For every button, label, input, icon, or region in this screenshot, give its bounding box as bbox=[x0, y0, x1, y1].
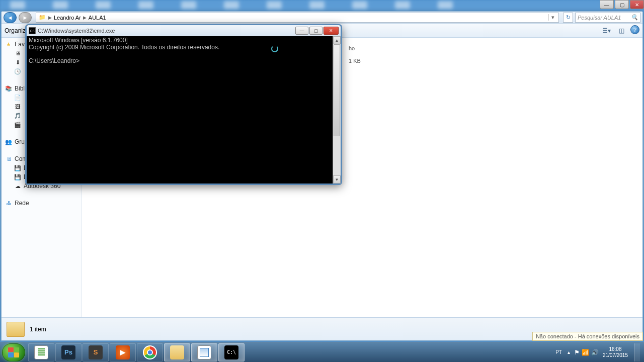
download-icon: ⬇ bbox=[14, 59, 22, 66]
network-tray-icon[interactable]: 📶 bbox=[582, 349, 589, 356]
cmd-window: C:\ C:\Windows\system32\cmd.exe — ▢ ✕ Mi… bbox=[25, 24, 342, 185]
taskbar-app-cmd[interactable]: C:\ bbox=[218, 343, 245, 361]
language-indicator[interactable]: PT bbox=[554, 348, 564, 356]
search-icon: 🔍 bbox=[631, 14, 638, 21]
tray-expand-icon[interactable]: ▴ bbox=[568, 349, 570, 355]
view-options-button[interactable]: ☰▾ bbox=[600, 25, 612, 36]
notepadpp-icon bbox=[34, 345, 48, 359]
nav-back-button[interactable]: ◄ bbox=[4, 12, 17, 23]
windows-logo-icon bbox=[8, 347, 19, 357]
star-icon: ★ bbox=[5, 41, 13, 48]
scroll-track[interactable] bbox=[333, 44, 341, 175]
chrome-icon bbox=[143, 345, 157, 359]
music-icon: 🎵 bbox=[14, 112, 22, 119]
desktop-icon: 🖥 bbox=[14, 50, 22, 57]
clock[interactable]: 16:08 21/07/2015 bbox=[603, 346, 628, 358]
library-icon: 📚 bbox=[5, 85, 13, 92]
scroll-thumb[interactable] bbox=[334, 44, 340, 136]
cmd-scrollbar[interactable]: ▲ ▼ bbox=[333, 36, 341, 184]
breadcrumb-part1[interactable]: Leandro Ar bbox=[54, 15, 81, 21]
sidebar-network[interactable]: 🖧Rede bbox=[2, 199, 82, 208]
file-type-label: ho bbox=[349, 45, 355, 51]
cloud-icon: ☁ bbox=[14, 183, 22, 190]
taskbar-app-photoshop[interactable]: Ps bbox=[55, 343, 82, 361]
cmd-body[interactable]: Microsoft Windows [versão 6.1.7600] Copy… bbox=[27, 36, 341, 184]
outer-close-button[interactable]: ✕ bbox=[630, 0, 644, 9]
taskbar-app-notepadpp[interactable] bbox=[28, 343, 54, 361]
cmd-minimize-button[interactable]: — bbox=[295, 27, 308, 35]
group-icon: 👥 bbox=[5, 138, 13, 145]
breadcrumb-separator: ▶ bbox=[48, 15, 52, 20]
document-icon: 📄 bbox=[14, 94, 22, 101]
cmd-title: C:\Windows\system32\cmd.exe bbox=[38, 28, 293, 34]
taskbar-app-explorer[interactable] bbox=[164, 343, 190, 361]
clock-time: 16:08 bbox=[603, 346, 628, 352]
status-folder-icon bbox=[7, 322, 25, 337]
search-input[interactable]: Pesquisar AULA1 🔍 bbox=[575, 13, 640, 23]
preview-pane-button[interactable]: ◫ bbox=[615, 25, 627, 36]
picture-icon: 🖼 bbox=[14, 103, 22, 110]
outer-maximize-button[interactable]: ▢ bbox=[615, 0, 629, 9]
sublime-icon: S bbox=[89, 345, 103, 359]
clock-date: 21/07/2015 bbox=[603, 352, 628, 358]
recent-icon: 🕓 bbox=[14, 68, 22, 75]
explorer-address-row: ◄ ► 📁 ▶ Leandro Ar ▶ AULA1 ▾ ↻ Pesquisar… bbox=[2, 12, 642, 24]
refresh-button[interactable]: ↻ bbox=[563, 13, 573, 23]
cmd-app-icon: C:\ bbox=[29, 27, 36, 34]
window-icon bbox=[197, 345, 211, 359]
video-icon: 🎬 bbox=[14, 121, 22, 128]
busy-cursor-icon bbox=[271, 45, 278, 52]
file-size-label: 1 KB bbox=[349, 58, 361, 64]
cmd-maximize-button[interactable]: ▢ bbox=[309, 27, 323, 35]
photoshop-icon: Ps bbox=[61, 345, 75, 359]
cmd-titlebar[interactable]: C:\ C:\Windows\system32\cmd.exe — ▢ ✕ bbox=[27, 25, 341, 36]
taskbar-app-chrome[interactable] bbox=[137, 343, 163, 361]
cmd-output[interactable]: Microsoft Windows [versão 6.1.7600] Copy… bbox=[27, 36, 333, 184]
outer-window-controls: — ▢ ✕ bbox=[599, 0, 644, 9]
cmd-close-button[interactable]: ✕ bbox=[324, 27, 339, 35]
volume-icon[interactable]: 🔊 bbox=[591, 349, 599, 356]
taskbar-app-sublime[interactable]: S bbox=[83, 343, 109, 361]
outer-minimize-button[interactable]: — bbox=[600, 0, 614, 9]
explorer-icon bbox=[170, 345, 184, 359]
play-icon: ▶ bbox=[116, 345, 130, 359]
address-dropdown-icon[interactable]: ▾ bbox=[548, 14, 556, 21]
search-placeholder: Pesquisar AULA1 bbox=[578, 15, 621, 21]
breadcrumb-part2[interactable]: AULA1 bbox=[89, 15, 106, 21]
taskbar-app-mediaplayer[interactable]: ▶ bbox=[110, 343, 136, 361]
taskbar-app-window[interactable] bbox=[191, 343, 217, 361]
help-button[interactable]: ? bbox=[630, 25, 639, 34]
computer-icon: 🖥 bbox=[5, 155, 13, 162]
network-icon: 🖧 bbox=[5, 200, 13, 207]
breadcrumb-separator: ▶ bbox=[83, 15, 87, 20]
scroll-up-button[interactable]: ▲ bbox=[333, 36, 341, 44]
disk-icon: 💾 bbox=[14, 164, 22, 171]
nav-forward-button[interactable]: ► bbox=[19, 12, 32, 23]
address-bar[interactable]: 📁 ▶ Leandro Ar ▶ AULA1 ▾ bbox=[36, 13, 559, 23]
cmd-icon: C:\ bbox=[224, 345, 238, 359]
system-tray: PT ▴ ⚑ 📶 🔊 16:08 21/07/2015 bbox=[554, 343, 642, 361]
status-item-count: 1 item bbox=[30, 326, 46, 333]
start-button[interactable] bbox=[2, 343, 25, 361]
scroll-down-button[interactable]: ▼ bbox=[333, 175, 341, 184]
disk-icon: 💾 bbox=[14, 173, 22, 180]
show-desktop-button[interactable] bbox=[634, 343, 640, 361]
action-center-icon[interactable]: ⚑ bbox=[574, 349, 580, 356]
taskbar: Ps S ▶ C:\ PT ▴ ⚑ 📶 🔊 16:08 21/07/2015 bbox=[0, 342, 644, 362]
network-status-tooltip: Não conectado - Há conexões disponíveis bbox=[532, 332, 643, 341]
folder-icon: 📁 bbox=[38, 14, 46, 21]
